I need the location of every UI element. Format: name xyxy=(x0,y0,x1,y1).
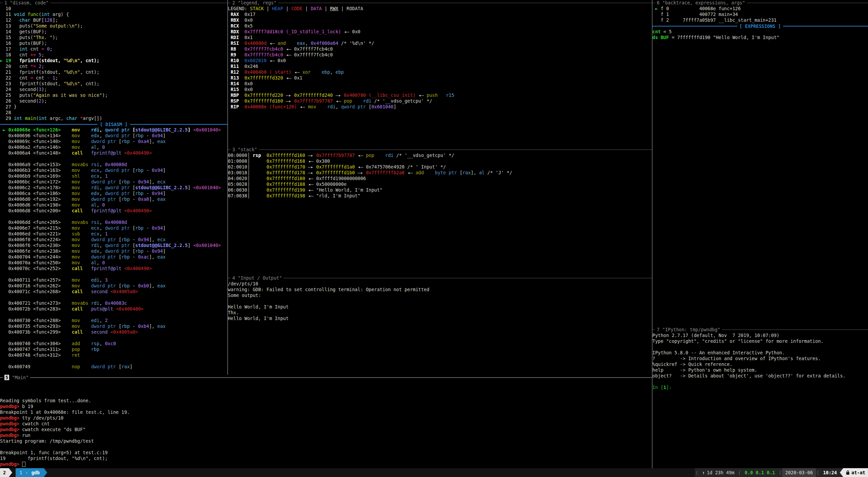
pane-1-content: 10 11 void func(int arg) { 12 char BUF[1… xyxy=(0,6,228,370)
pane-2-number: 2 xyxy=(232,0,235,5)
pane-4-border-title: 4 "Input / Output" xyxy=(228,275,652,281)
pane-5-content: Reading symbols from test...done.pwndbg>… xyxy=(0,381,652,467)
pane-7-title: "IPython: tmp/pwndbg" xyxy=(662,327,720,332)
tmux-window-tab-gdb[interactable]: 1›gdb xyxy=(16,468,44,477)
pane-7-border-title: 7 "IPython: tmp/pwndbg" xyxy=(652,327,868,333)
powerline-arrow-icon xyxy=(840,468,843,477)
pane-2-title: "legend, regs" xyxy=(238,0,276,5)
hostname-badge: at-at xyxy=(843,468,868,477)
load-average: 0.0 0.1 0.1 xyxy=(742,468,778,477)
tmux-terminal-screen: 1 "disasm, code" 10 11 void func(int arg… xyxy=(0,0,868,477)
pane-2-content: LEGEND: STACK | HEAP | CODE | DATA | RWX… xyxy=(228,6,652,110)
pane-5-number-active: 5 xyxy=(4,375,9,380)
pane-5-title: "Main" xyxy=(12,375,29,380)
pane-1-border-title: 1 "disasm, code" xyxy=(0,0,228,6)
pane-1-number: 1 xyxy=(4,0,7,5)
uptime-value: 1d 23h 49m xyxy=(707,470,734,475)
pane-3-border-title: 3 "stack" xyxy=(228,147,652,153)
chevron-separator-icon: ⟨ xyxy=(778,468,782,477)
uptime-indicator: ↑1d 23h 49m xyxy=(699,468,737,477)
tmux-status-bar: 2 1›gdb ⟨ ↑1d 23h 49m ⟨ 0.0 0.1 0.1 ⟨ 20… xyxy=(0,468,868,477)
window-separator: › xyxy=(24,470,29,475)
status-gap xyxy=(12,468,16,477)
pane-6-title: "backtrace, expressions, args" xyxy=(662,0,745,5)
pane-3-stack[interactable]: 3 "stack" 00:0000│ rsp 0x7fffffffd160 —▸… xyxy=(228,147,652,275)
date-indicator: 2020-03-06 xyxy=(782,468,816,477)
pane-6-number: 6 xyxy=(657,0,659,5)
status-right: ⟨ ↑1d 23h 49m ⟨ 0.0 0.1 0.1 ⟨ 2020-03-06… xyxy=(695,468,868,477)
pane-3-content: 00:0000│ rsp 0x7fffffffd160 —▸ 0x7ffff7b… xyxy=(228,153,652,199)
pane-6-border-title: 6 "backtrace, expressions, args" xyxy=(652,0,868,6)
padlock-icon xyxy=(846,470,850,475)
chevron-separator-icon: ⟨ xyxy=(695,468,699,477)
pane-4-number: 4 xyxy=(232,275,235,281)
pane-4-input-output[interactable]: 4 "Input / Output" /dev/pts/10warning: G… xyxy=(228,275,652,375)
pane-5-border-title: 5 "Main" xyxy=(0,375,652,381)
pane-5-main-gdb-console[interactable]: 5 "Main" Reading symbols from test...don… xyxy=(0,375,652,468)
pane-4-title: "Input / Output" xyxy=(238,275,282,281)
hostname-text: at-at xyxy=(851,470,865,475)
pane-4-content: /dev/pts/10warning: GDB: Failed to set c… xyxy=(228,281,652,321)
pane-3-title: "stack" xyxy=(238,147,257,152)
pane-7-content: Python 2.7.17 (default, Nov 7 2019, 10:0… xyxy=(652,333,868,390)
pane-3-number: 3 xyxy=(232,147,235,152)
pane-6-backtrace-expressions[interactable]: 6 "backtrace, expressions, args" ► f 0 4… xyxy=(652,0,868,327)
pane-7-ipython[interactable]: 7 "IPython: tmp/pwndbg" Python 2.7.17 (d… xyxy=(652,327,868,468)
chevron-separator-icon: ⟨ xyxy=(816,468,820,477)
pane-1-disasm-code[interactable]: 1 "disasm, code" 10 11 void func(int arg… xyxy=(0,0,228,375)
window-index: 1 xyxy=(18,470,24,475)
window-name: gdb xyxy=(29,470,41,475)
powerline-arrow-icon xyxy=(44,468,47,477)
powerline-arrow-icon xyxy=(9,468,12,477)
tmux-session-badge[interactable]: 2 xyxy=(0,468,9,477)
up-arrow-icon: ↑ xyxy=(702,470,707,475)
status-left: 2 1›gdb xyxy=(0,468,47,477)
pane-7-number: 7 xyxy=(657,327,659,332)
clock-indicator: 10:24 xyxy=(820,468,840,477)
pane-1-title: "disasm, code" xyxy=(10,0,49,5)
pane-2-legend-regs[interactable]: 2 "legend, regs" LEGEND: STACK | HEAP | … xyxy=(228,0,652,147)
pane-2-border-title: 2 "legend, regs" xyxy=(228,0,652,6)
pane-6-content: ► f 0 40068e func+126 f 1 400772 main+34… xyxy=(652,6,868,40)
chevron-separator-icon: ⟨ xyxy=(738,468,742,477)
